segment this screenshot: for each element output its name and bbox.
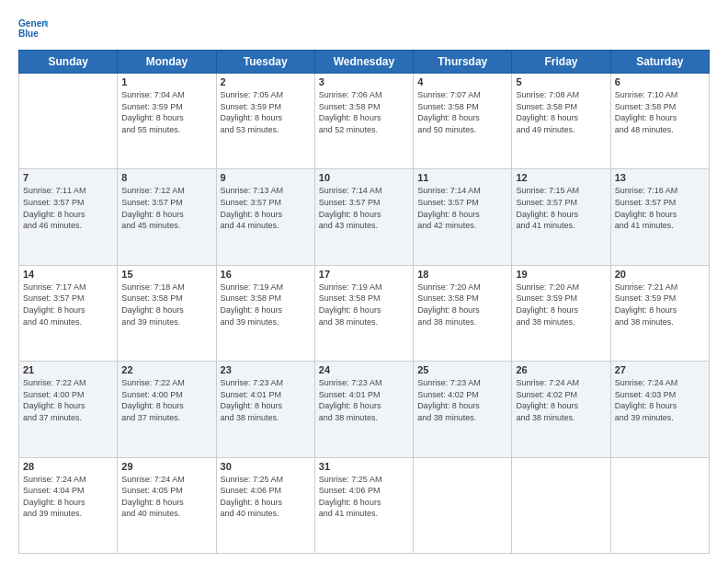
calendar-cell: 12Sunrise: 7:15 AM Sunset: 3:57 PM Dayli… xyxy=(512,169,610,265)
calendar-cell: 1Sunrise: 7:04 AM Sunset: 3:59 PM Daylig… xyxy=(118,74,216,169)
day-info: Sunrise: 7:18 AM Sunset: 3:58 PM Dayligh… xyxy=(121,282,211,327)
day-number: 24 xyxy=(319,364,409,375)
calendar-cell xyxy=(512,457,610,553)
day-number: 11 xyxy=(417,172,507,183)
calendar-cell: 3Sunrise: 7:06 AM Sunset: 3:58 PM Daylig… xyxy=(314,74,413,169)
calendar-cell: 16Sunrise: 7:19 AM Sunset: 3:58 PM Dayli… xyxy=(216,265,314,361)
day-number: 17 xyxy=(319,269,409,280)
calendar-cell: 28Sunrise: 7:24 AM Sunset: 4:04 PM Dayli… xyxy=(19,457,118,553)
calendar-cell: 31Sunrise: 7:25 AM Sunset: 4:06 PM Dayli… xyxy=(314,457,413,553)
logo-icon: General Blue xyxy=(18,17,48,42)
day-number: 18 xyxy=(417,269,507,280)
header-friday: Friday xyxy=(512,51,610,74)
day-info: Sunrise: 7:15 AM Sunset: 3:57 PM Dayligh… xyxy=(516,185,606,231)
day-number: 28 xyxy=(23,461,113,472)
calendar-cell xyxy=(414,457,512,553)
day-number: 10 xyxy=(319,172,409,183)
day-number: 14 xyxy=(23,269,113,280)
calendar-cell: 11Sunrise: 7:14 AM Sunset: 3:57 PM Dayli… xyxy=(414,169,512,265)
day-number: 8 xyxy=(121,172,211,183)
day-info: Sunrise: 7:21 AM Sunset: 3:59 PM Dayligh… xyxy=(615,282,705,327)
day-info: Sunrise: 7:13 AM Sunset: 3:57 PM Dayligh… xyxy=(221,185,311,231)
day-number: 16 xyxy=(221,269,311,280)
calendar-cell xyxy=(19,74,118,169)
day-number: 12 xyxy=(516,172,606,183)
week-row-1: 1Sunrise: 7:04 AM Sunset: 3:59 PM Daylig… xyxy=(19,74,710,169)
day-number: 19 xyxy=(516,269,606,280)
day-info: Sunrise: 7:20 AM Sunset: 3:59 PM Dayligh… xyxy=(516,282,606,327)
day-number: 27 xyxy=(615,364,705,375)
day-info: Sunrise: 7:25 AM Sunset: 4:06 PM Dayligh… xyxy=(221,474,311,520)
header: General Blue xyxy=(18,17,710,42)
week-row-2: 7Sunrise: 7:11 AM Sunset: 3:57 PM Daylig… xyxy=(19,169,710,265)
day-info: Sunrise: 7:12 AM Sunset: 3:57 PM Dayligh… xyxy=(121,185,211,231)
calendar-cell: 2Sunrise: 7:05 AM Sunset: 3:59 PM Daylig… xyxy=(216,74,314,169)
calendar-cell: 20Sunrise: 7:21 AM Sunset: 3:59 PM Dayli… xyxy=(610,265,709,361)
week-row-4: 21Sunrise: 7:22 AM Sunset: 4:00 PM Dayli… xyxy=(19,362,710,457)
calendar-cell: 24Sunrise: 7:23 AM Sunset: 4:01 PM Dayli… xyxy=(314,362,413,457)
calendar-header-row: SundayMondayTuesdayWednesdayThursdayFrid… xyxy=(19,51,710,74)
day-info: Sunrise: 7:25 AM Sunset: 4:06 PM Dayligh… xyxy=(319,474,409,520)
day-info: Sunrise: 7:23 AM Sunset: 4:02 PM Dayligh… xyxy=(417,377,507,423)
svg-text:General: General xyxy=(18,18,48,29)
calendar-cell: 5Sunrise: 7:08 AM Sunset: 3:58 PM Daylig… xyxy=(512,74,610,169)
calendar-cell: 30Sunrise: 7:25 AM Sunset: 4:06 PM Dayli… xyxy=(216,457,314,553)
page: General Blue SundayMondayTuesdayWednesda… xyxy=(0,0,728,563)
day-number: 5 xyxy=(516,76,606,87)
calendar-cell: 25Sunrise: 7:23 AM Sunset: 4:02 PM Dayli… xyxy=(414,362,512,457)
day-info: Sunrise: 7:07 AM Sunset: 3:58 PM Dayligh… xyxy=(417,89,507,135)
calendar-cell: 4Sunrise: 7:07 AM Sunset: 3:58 PM Daylig… xyxy=(414,74,512,169)
calendar-cell: 9Sunrise: 7:13 AM Sunset: 3:57 PM Daylig… xyxy=(216,169,314,265)
day-info: Sunrise: 7:11 AM Sunset: 3:57 PM Dayligh… xyxy=(23,185,113,231)
day-number: 4 xyxy=(417,76,507,87)
calendar-cell: 19Sunrise: 7:20 AM Sunset: 3:59 PM Dayli… xyxy=(512,265,610,361)
header-wednesday: Wednesday xyxy=(314,51,413,74)
day-info: Sunrise: 7:24 AM Sunset: 4:05 PM Dayligh… xyxy=(121,474,211,520)
day-number: 21 xyxy=(23,364,113,375)
day-info: Sunrise: 7:24 AM Sunset: 4:03 PM Dayligh… xyxy=(615,377,705,423)
calendar-table: SundayMondayTuesdayWednesdayThursdayFrid… xyxy=(18,50,710,554)
day-info: Sunrise: 7:24 AM Sunset: 4:04 PM Dayligh… xyxy=(23,474,113,520)
day-number: 25 xyxy=(417,364,507,375)
day-info: Sunrise: 7:23 AM Sunset: 4:01 PM Dayligh… xyxy=(221,377,311,423)
day-info: Sunrise: 7:19 AM Sunset: 3:58 PM Dayligh… xyxy=(221,282,311,327)
calendar-cell: 8Sunrise: 7:12 AM Sunset: 3:57 PM Daylig… xyxy=(118,169,216,265)
day-number: 3 xyxy=(319,76,409,87)
day-number: 20 xyxy=(615,269,705,280)
day-info: Sunrise: 7:23 AM Sunset: 4:01 PM Dayligh… xyxy=(319,377,409,423)
week-row-5: 28Sunrise: 7:24 AM Sunset: 4:04 PM Dayli… xyxy=(19,457,710,553)
calendar-cell: 27Sunrise: 7:24 AM Sunset: 4:03 PM Dayli… xyxy=(610,362,709,457)
calendar-cell: 22Sunrise: 7:22 AM Sunset: 4:00 PM Dayli… xyxy=(118,362,216,457)
day-info: Sunrise: 7:04 AM Sunset: 3:59 PM Dayligh… xyxy=(121,89,211,135)
day-number: 31 xyxy=(319,461,409,472)
calendar-cell: 23Sunrise: 7:23 AM Sunset: 4:01 PM Dayli… xyxy=(216,362,314,457)
calendar-cell: 6Sunrise: 7:10 AM Sunset: 3:58 PM Daylig… xyxy=(610,74,709,169)
calendar-cell: 7Sunrise: 7:11 AM Sunset: 3:57 PM Daylig… xyxy=(19,169,118,265)
day-info: Sunrise: 7:06 AM Sunset: 3:58 PM Dayligh… xyxy=(319,89,409,135)
header-sunday: Sunday xyxy=(19,51,118,74)
calendar-cell: 13Sunrise: 7:16 AM Sunset: 3:57 PM Dayli… xyxy=(610,169,709,265)
day-number: 13 xyxy=(615,172,705,183)
day-info: Sunrise: 7:20 AM Sunset: 3:58 PM Dayligh… xyxy=(417,282,507,327)
day-info: Sunrise: 7:24 AM Sunset: 4:02 PM Dayligh… xyxy=(516,377,606,423)
calendar-cell: 29Sunrise: 7:24 AM Sunset: 4:05 PM Dayli… xyxy=(118,457,216,553)
header-monday: Monday xyxy=(118,51,216,74)
calendar-cell: 18Sunrise: 7:20 AM Sunset: 3:58 PM Dayli… xyxy=(414,265,512,361)
calendar-cell xyxy=(610,457,709,553)
day-info: Sunrise: 7:17 AM Sunset: 3:57 PM Dayligh… xyxy=(23,282,113,327)
calendar-cell: 17Sunrise: 7:19 AM Sunset: 3:58 PM Dayli… xyxy=(314,265,413,361)
day-info: Sunrise: 7:22 AM Sunset: 4:00 PM Dayligh… xyxy=(121,377,211,423)
day-info: Sunrise: 7:19 AM Sunset: 3:58 PM Dayligh… xyxy=(319,282,409,327)
day-number: 23 xyxy=(221,364,311,375)
day-number: 9 xyxy=(221,172,311,183)
day-info: Sunrise: 7:08 AM Sunset: 3:58 PM Dayligh… xyxy=(516,89,606,135)
week-row-3: 14Sunrise: 7:17 AM Sunset: 3:57 PM Dayli… xyxy=(19,265,710,361)
day-number: 22 xyxy=(121,364,211,375)
header-tuesday: Tuesday xyxy=(216,51,314,74)
day-number: 30 xyxy=(221,461,311,472)
calendar-cell: 21Sunrise: 7:22 AM Sunset: 4:00 PM Dayli… xyxy=(19,362,118,457)
logo: General Blue xyxy=(18,17,48,42)
day-info: Sunrise: 7:14 AM Sunset: 3:57 PM Dayligh… xyxy=(319,185,409,231)
day-info: Sunrise: 7:14 AM Sunset: 3:57 PM Dayligh… xyxy=(417,185,507,231)
header-thursday: Thursday xyxy=(414,51,512,74)
